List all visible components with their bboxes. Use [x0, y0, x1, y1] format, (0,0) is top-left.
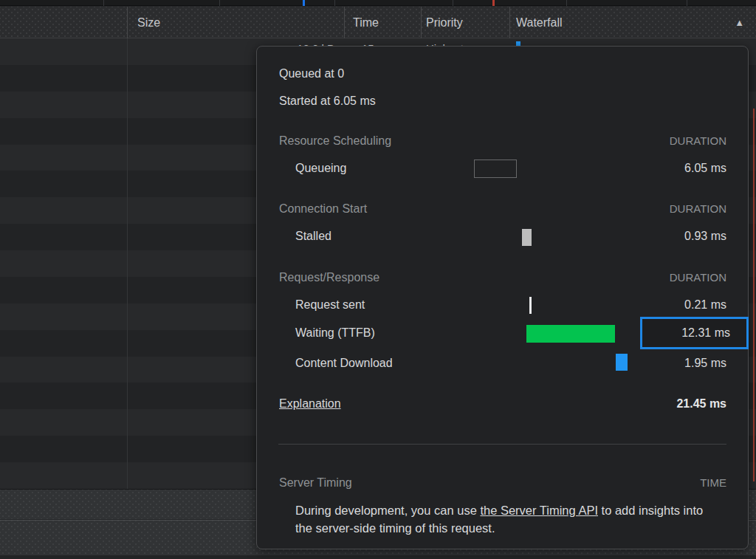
load-event-line	[753, 109, 755, 481]
table-header: Size Time Priority Waterfall ▲	[0, 7, 756, 38]
overview-gridline	[103, 0, 104, 6]
overview-gridline	[219, 0, 220, 6]
waiting-ttfb-bar	[526, 325, 615, 343]
content-download-bar	[616, 354, 628, 371]
column-divider	[421, 7, 422, 38]
server-timing-api-link[interactable]: the Server Timing API	[480, 504, 598, 517]
dcl-event-tick	[303, 0, 305, 6]
overview-gridline	[453, 0, 453, 6]
server-timing-description: During development, you can use the Serv…	[295, 501, 722, 537]
stalled-label: Stalled	[295, 229, 331, 244]
started-at-text: Started at 6.05 ms	[279, 94, 376, 109]
duration-column-header: DURATION	[670, 202, 726, 216]
section-title-server-timing: Server Timing	[279, 476, 352, 490]
time-column-header: TIME	[700, 476, 726, 490]
stalled-value: 0.93 ms	[684, 229, 726, 244]
column-divider	[127, 38, 128, 489]
stalled-bar	[522, 229, 532, 246]
overview-gridline	[566, 0, 567, 6]
description-text: During development, you can use	[295, 504, 480, 517]
column-divider	[344, 7, 345, 38]
section-title-resource-scheduling: Resource Scheduling	[279, 134, 391, 148]
total-time-value: 21.45 ms	[676, 397, 726, 411]
column-header-size[interactable]: Size	[137, 7, 160, 38]
content-download-label: Content Download	[295, 356, 393, 371]
duration-column-header: DURATION	[670, 270, 726, 285]
column-divider	[509, 7, 510, 38]
highlighted-value-box: 12.31 ms	[640, 317, 749, 349]
duration-column-header: DURATION	[670, 134, 726, 148]
waiting-ttfb-label: Waiting (TTFB)	[295, 326, 375, 340]
queueing-bar	[474, 160, 517, 178]
tooltip-divider	[278, 444, 726, 445]
network-panel: Size Time Priority Waterfall ▲ 12.0 kB 1…	[0, 0, 756, 559]
timing-tooltip: Queued at 0 Started at 6.05 ms Resource …	[256, 46, 749, 549]
overview-gridline	[687, 0, 687, 6]
request-sent-bar	[529, 297, 532, 314]
column-divider	[127, 7, 128, 38]
column-header-priority[interactable]: Priority	[426, 7, 463, 38]
overview-gridline	[334, 0, 335, 6]
queueing-value: 6.05 ms	[684, 161, 726, 176]
column-header-waterfall[interactable]: Waterfall	[516, 7, 563, 38]
queueing-label: Queueing	[295, 161, 346, 176]
section-title-connection-start: Connection Start	[279, 202, 367, 216]
request-sent-label: Request sent	[295, 298, 365, 312]
content-download-value: 1.95 ms	[684, 356, 726, 371]
explanation-link[interactable]: Explanation	[279, 397, 341, 411]
sort-direction-icon[interactable]: ▲	[735, 7, 744, 38]
bottom-edge	[0, 555, 756, 559]
load-event-tick	[492, 0, 495, 6]
waiting-ttfb-value: 12.31 ms	[681, 326, 730, 340]
column-header-time[interactable]: Time	[353, 7, 379, 38]
section-title-request-response: Request/Response	[279, 270, 379, 285]
queued-at-text: Queued at 0	[279, 66, 344, 81]
request-sent-value: 0.21 ms	[684, 298, 726, 312]
overview-timeline[interactable]	[0, 0, 756, 6]
